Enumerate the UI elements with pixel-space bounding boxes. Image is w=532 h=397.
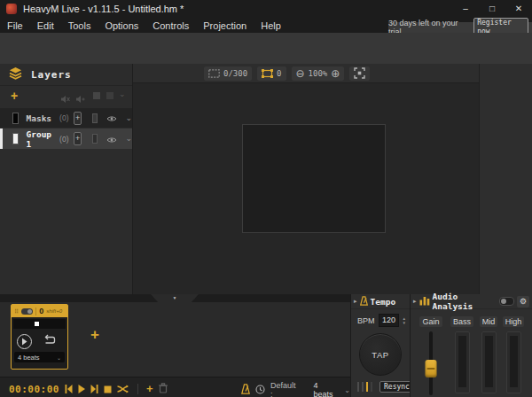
bass-meter-column: Bass: [449, 312, 475, 393]
add-cue-button[interactable]: +: [146, 384, 153, 394]
sequence-hotkey: shift+0: [46, 308, 62, 314]
bass-meter[interactable]: [455, 331, 470, 393]
heavym-window: HeavyM Live - v1.11.5 - Untitled.hm * – …: [0, 0, 532, 397]
layer-row-masks[interactable]: Masks (0) + ⌄: [0, 108, 132, 128]
maximize-button[interactable]: □: [479, 0, 505, 18]
canvas-toolbar: 0/300 0 ⊖ 100% ⊕: [133, 64, 479, 83]
menu-help[interactable]: Help: [254, 20, 288, 31]
beat-bar: [362, 382, 364, 392]
mask-counter-value: 0/300: [223, 69, 247, 78]
app-icon: [6, 4, 17, 14]
menu-options[interactable]: Options: [98, 20, 145, 31]
bpm-spinner[interactable]: ▴▾: [403, 316, 405, 324]
selection-rect-icon: [262, 66, 273, 82]
audio-analysis-toggle[interactable]: [499, 297, 514, 306]
default-beats-chevron-icon[interactable]: ⌄: [344, 386, 350, 394]
group1-color-swatch[interactable]: [12, 133, 19, 144]
shuffle-icon[interactable]: [117, 381, 129, 397]
tempo-metronome-icon: [360, 293, 368, 309]
beat-bar-active: [366, 382, 368, 392]
tempo-panel-header: ▸ Tempo: [351, 294, 410, 309]
play-icon[interactable]: [78, 381, 85, 397]
menu-edit[interactable]: Edit: [30, 20, 61, 31]
collapse-sequences-tab[interactable]: ▼: [151, 294, 199, 302]
default-beats-label: Default :: [270, 381, 296, 397]
layers-panel-header: Layers: [0, 64, 132, 86]
zoom-out-button[interactable]: ⊖: [296, 67, 305, 80]
layer-row-group1[interactable]: Group 1 (0) + ⌄: [0, 128, 132, 149]
tempo-collapse-arrow-icon[interactable]: ▸: [354, 298, 357, 305]
menu-tools[interactable]: Tools: [61, 20, 98, 31]
masks-blend-icon[interactable]: [92, 113, 98, 123]
stop-icon[interactable]: [104, 381, 112, 397]
sequence-loop-icon[interactable]: [43, 333, 57, 349]
mid-meter[interactable]: [481, 331, 497, 393]
bpm-label: BPM: [357, 316, 375, 325]
add-mask-button[interactable]: +: [74, 112, 81, 125]
projection-surface[interactable]: [242, 124, 386, 233]
high-label: High: [503, 316, 525, 327]
beat-bar: [371, 382, 372, 392]
visibility-all-icon[interactable]: [106, 92, 113, 99]
selection-counter-value: 0: [277, 69, 281, 78]
close-button[interactable]: ✕: [505, 0, 532, 18]
beat-indicator: Resync: [357, 381, 414, 393]
minimize-button[interactable]: –: [452, 0, 479, 18]
skip-end-icon[interactable]: [90, 381, 98, 397]
timecode-display: 00:00:00: [9, 384, 59, 395]
high-meter[interactable]: [506, 331, 521, 393]
skip-start-icon[interactable]: [65, 381, 73, 397]
layers-actions-row: + ⌄: [0, 86, 132, 105]
audio-panel-title: Audio Analysis: [433, 292, 497, 311]
fit-view-button[interactable]: [349, 66, 370, 81]
sequence-play-button[interactable]: [17, 334, 32, 349]
transport-bar: 00:00:00 +: [0, 377, 350, 397]
title-bar: HeavyM Live - v1.11.5 - Untitled.hm * – …: [0, 0, 532, 18]
group1-expand-chevron-icon[interactable]: ⌄: [125, 135, 132, 143]
add-shape-to-group-button[interactable]: +: [74, 132, 81, 145]
mask-counter-group: 0/300: [204, 66, 252, 81]
sequence-timeline-strip[interactable]: [13, 319, 66, 329]
collapse-all-chevron-icon[interactable]: ⌄: [119, 90, 126, 98]
masks-expand-chevron-icon[interactable]: ⌄: [125, 114, 132, 122]
tap-tempo-button[interactable]: TAP: [359, 333, 402, 376]
zoom-controls: ⊖ 100% ⊕: [292, 66, 345, 81]
sequence-beats-dropdown[interactable]: 4 beats ⌄: [14, 352, 65, 362]
drag-handle-icon[interactable]: ⠿: [14, 308, 19, 315]
group1-layer-count: (0): [59, 135, 68, 144]
sequence-card[interactable]: ⠿ 0 shift+0 4 beats ⌄: [11, 304, 68, 370]
masks-layer-name: Masks: [26, 113, 51, 123]
sequence-toggle[interactable]: [21, 308, 33, 315]
default-beats-value[interactable]: 4 beats: [314, 381, 336, 397]
menu-controls[interactable]: Controls: [145, 20, 196, 31]
add-layer-button[interactable]: +: [11, 89, 18, 103]
beat-bar: [357, 382, 359, 392]
add-sequence-button[interactable]: +: [90, 326, 99, 344]
group1-visibility-eye-icon[interactable]: [106, 131, 117, 147]
sequence-position-marker[interactable]: [35, 322, 39, 326]
gain-slider-column: Gain: [418, 312, 444, 395]
mid-meter-column: Mid: [476, 312, 501, 393]
mid-label: Mid: [480, 316, 498, 327]
audio-collapse-arrow-icon[interactable]: ▸: [413, 298, 417, 305]
bass-label: Bass: [450, 316, 473, 327]
group1-blend-icon[interactable]: [92, 134, 98, 144]
audio-settings-gear-button[interactable]: ⚙: [517, 296, 529, 307]
delete-cue-trash-icon[interactable]: [159, 381, 168, 397]
zoom-in-button[interactable]: ⊕: [331, 67, 340, 80]
menu-file[interactable]: File: [0, 20, 30, 31]
clock-icon: [255, 382, 265, 397]
sequence-header[interactable]: ⠿ 0 shift+0: [12, 305, 67, 317]
menu-projection[interactable]: Projection: [196, 20, 254, 31]
main-toolbar: [0, 33, 532, 64]
gain-slider-fader[interactable]: [426, 360, 437, 378]
masks-color-swatch[interactable]: [12, 113, 19, 124]
masks-visibility-eye-icon[interactable]: [106, 110, 117, 126]
window-title: HeavyM Live - v1.11.5 - Untitled.hm *: [23, 4, 184, 14]
mask-count-icon: [208, 66, 220, 82]
mute-all-icon[interactable]: [60, 91, 70, 107]
solo-all-icon[interactable]: [75, 91, 85, 107]
blend-all-icon[interactable]: [93, 92, 100, 99]
trial-strip: 30 days left on your trial. Register now: [388, 22, 532, 33]
bpm-input[interactable]: 120: [379, 314, 400, 327]
